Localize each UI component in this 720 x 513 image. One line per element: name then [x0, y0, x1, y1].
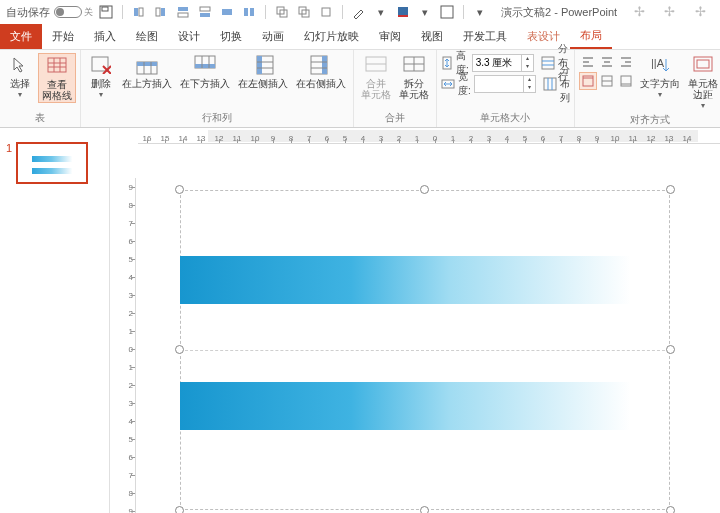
merge-cells-button[interactable]: 合并 单元格 [358, 53, 394, 101]
cell-margins-button[interactable]: 单元格 边距 [685, 53, 720, 112]
delete-table-icon [90, 54, 112, 76]
handle-sw[interactable] [175, 506, 184, 513]
tab-home[interactable]: 开始 [42, 24, 84, 49]
tab-design[interactable]: 设计 [168, 24, 210, 49]
group-align-label: 对齐方式 [579, 112, 720, 129]
handle-e[interactable] [666, 345, 675, 354]
slide-thumbnail-1[interactable]: 1 [6, 142, 103, 184]
align-center[interactable] [598, 53, 616, 71]
width-up[interactable]: ▴ [523, 76, 535, 84]
insert-left-icon [252, 54, 274, 76]
height-down[interactable]: ▾ [521, 63, 533, 71]
qat-btn-7[interactable] [273, 3, 291, 21]
save-icon[interactable] [97, 3, 115, 21]
insert-left-button[interactable]: 在左侧插入 [235, 53, 291, 90]
vertical-ruler: 9876543210123456789 [120, 178, 136, 513]
group-size-label: 单元格大小 [441, 110, 570, 127]
autosave-off-text: 关 [84, 6, 93, 19]
group-table: 选择 查看 网格线 表 [0, 50, 81, 127]
text-dir-label: 文字方向 [640, 78, 680, 100]
qat-more[interactable]: ▾ [471, 3, 489, 21]
width-input[interactable] [475, 76, 523, 92]
select-button[interactable]: 选择 [4, 53, 36, 101]
eyedropper-icon[interactable] [350, 3, 368, 21]
insert-below-button[interactable]: 在下方插入 [177, 53, 233, 90]
svg-rect-20 [441, 6, 453, 18]
dist-cols-label[interactable]: 分布列 [560, 63, 570, 105]
svg-rect-21 [48, 58, 66, 72]
qat-dropdown-1[interactable]: ▾ [372, 3, 390, 21]
height-spinner[interactable]: ▴▾ [472, 54, 534, 72]
autosave-toggle[interactable]: 自动保存 关 [6, 5, 93, 20]
tab-insert[interactable]: 插入 [84, 24, 126, 49]
handle-s[interactable] [420, 506, 429, 513]
insert-right-button[interactable]: 在右侧插入 [293, 53, 349, 90]
handle-se[interactable] [666, 506, 675, 513]
qat-btn-6[interactable] [240, 3, 258, 21]
height-input[interactable] [473, 55, 521, 71]
selected-table[interactable] [180, 190, 670, 510]
tab-view[interactable]: 视图 [411, 24, 453, 49]
svg-rect-34 [195, 64, 215, 68]
svg-rect-30 [137, 62, 157, 66]
fill-color-icon[interactable] [394, 3, 412, 21]
thumb-preview[interactable] [16, 142, 88, 184]
align-top[interactable] [579, 72, 597, 90]
width-spinner[interactable]: ▴▾ [474, 75, 536, 93]
align-bottom[interactable] [617, 72, 635, 90]
align-left[interactable] [579, 53, 597, 71]
svg-rect-66 [697, 60, 709, 68]
align-middle[interactable] [598, 72, 616, 90]
svg-rect-8 [200, 7, 210, 11]
ribbon-tabs: 文件 开始 插入 绘图 设计 切换 动画 幻灯片放映 审阅 视图 开发工具 表设… [0, 24, 720, 50]
title-bar: 自动保存 关 ▾ ▾ ▾ 演示文稿2 - PowerPoint ✢ ✢ ✢ [0, 0, 720, 24]
view-gridlines-button[interactable]: 查看 网格线 [38, 53, 76, 103]
insert-above-icon [136, 54, 158, 76]
autosave-switch[interactable] [54, 6, 82, 18]
insert-right-icon [310, 54, 332, 76]
tab-file[interactable]: 文件 [0, 24, 42, 49]
dist-cols-icon [543, 77, 557, 91]
align-right[interactable] [617, 53, 635, 71]
tab-developer[interactable]: 开发工具 [453, 24, 517, 49]
handle-ne[interactable] [666, 185, 675, 194]
tab-slideshow[interactable]: 幻灯片放映 [294, 24, 369, 49]
width-down[interactable]: ▾ [523, 84, 535, 92]
svg-rect-42 [322, 56, 327, 74]
thumbnail-pane[interactable]: 1 [0, 128, 110, 513]
split-cells-button[interactable]: 拆分 单元格 [396, 53, 432, 101]
svg-rect-18 [398, 7, 408, 15]
tab-layout[interactable]: 布局 [570, 24, 612, 49]
qat-btn-4[interactable] [196, 3, 214, 21]
qat-btn-2[interactable] [152, 3, 170, 21]
tab-animations[interactable]: 动画 [252, 24, 294, 49]
insert-above-button[interactable]: 在上方插入 [119, 53, 175, 90]
qat-btn-8[interactable] [295, 3, 313, 21]
handle-n[interactable] [420, 185, 429, 194]
svg-rect-55 [544, 78, 556, 90]
table-row-1[interactable] [180, 256, 670, 304]
horizontal-ruler: 1615141312111098765432101234567891011121… [138, 128, 720, 144]
svg-rect-3 [139, 8, 143, 16]
document-title: 演示文稿2 - PowerPoint [501, 5, 617, 20]
height-up[interactable]: ▴ [521, 55, 533, 63]
tab-transitions[interactable]: 切换 [210, 24, 252, 49]
qat-btn-3[interactable] [174, 3, 192, 21]
svg-rect-9 [200, 13, 210, 17]
qat-btn-5[interactable] [218, 3, 236, 21]
save-icon-2[interactable] [438, 3, 456, 21]
merge-label: 合并 单元格 [361, 78, 391, 100]
handle-w[interactable] [175, 345, 184, 354]
delete-button[interactable]: 删除 [85, 53, 117, 101]
handle-nw[interactable] [175, 185, 184, 194]
row-divider [180, 350, 670, 351]
tab-draw[interactable]: 绘图 [126, 24, 168, 49]
tab-review[interactable]: 审阅 [369, 24, 411, 49]
qat-btn-1[interactable] [130, 3, 148, 21]
text-direction-button[interactable]: ||A 文字方向 [637, 53, 683, 101]
slide-area[interactable]: 1615141312111098765432101234567891011121… [110, 128, 720, 513]
table-row-2[interactable] [180, 382, 670, 430]
qat-dropdown-2[interactable]: ▾ [416, 3, 434, 21]
qat-btn-9[interactable] [317, 3, 335, 21]
insert-below-icon [194, 54, 216, 76]
